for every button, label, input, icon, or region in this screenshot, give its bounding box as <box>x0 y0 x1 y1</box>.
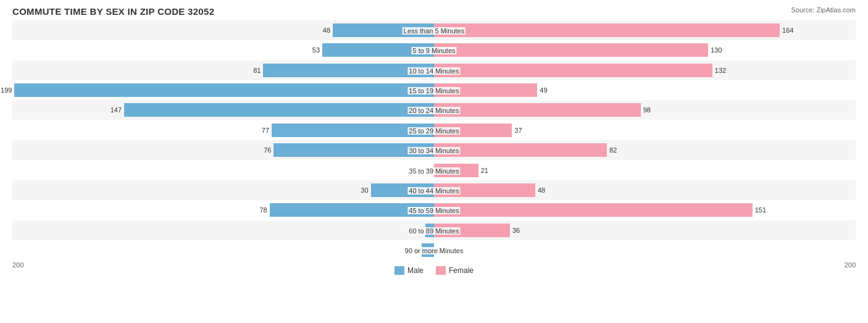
row-label: Less than 5 Minutes <box>403 27 465 35</box>
value-female: 98 <box>641 106 651 114</box>
bar-female <box>434 203 753 217</box>
value-female: 48 <box>535 187 545 194</box>
row-label: 15 to 19 Minutes <box>407 87 460 94</box>
row-label: 25 to 29 Minutes <box>407 127 460 135</box>
table-row: 6 90 or more Minutes 0 <box>12 240 856 260</box>
table-row: 53 5 to 9 Minutes 130 <box>12 40 856 60</box>
table-row: 48 Less than 5 Minutes 164 <box>12 20 856 40</box>
legend-male-box <box>394 266 404 275</box>
table-row: 77 25 to 29 Minutes 37 <box>12 120 856 140</box>
legend-female-box <box>436 266 446 275</box>
value-male: 77 <box>262 127 272 134</box>
table-row: 147 20 to 24 Minutes 98 <box>12 100 856 120</box>
legend-female: Female <box>436 266 474 275</box>
chart-container: COMMUTE TIME BY SEX IN ZIP CODE 32052 So… <box>0 0 868 323</box>
legend-male-label: Male <box>407 266 424 275</box>
table-row: 76 30 to 34 Minutes 82 <box>12 140 856 160</box>
bar-female <box>434 43 708 57</box>
bar-male <box>14 83 434 97</box>
row-label: 45 to 59 Minutes <box>407 207 460 214</box>
bar-female <box>434 23 780 37</box>
source-label: Source: ZipAtlas.com <box>791 6 856 14</box>
axis-labels: 200 Male Female 200 <box>12 261 856 277</box>
table-row: 0 35 to 39 Minutes 21 <box>12 161 856 180</box>
value-male: 78 <box>259 206 269 214</box>
row-label: 90 or more Minutes <box>404 247 465 254</box>
chart-title: COMMUTE TIME BY SEX IN ZIP CODE 32052 <box>12 6 856 17</box>
table-row: 81 10 to 14 Minutes 132 <box>12 61 856 80</box>
value-male: 199 <box>1 86 14 94</box>
axis-left: 200 <box>12 261 23 277</box>
bar-female <box>434 64 712 77</box>
value-male: 81 <box>253 67 263 74</box>
value-female: 37 <box>512 127 522 134</box>
row-label: 10 to 14 Minutes <box>407 67 460 75</box>
value-male: 48 <box>323 27 333 34</box>
row-label: 35 to 39 Minutes <box>407 167 460 175</box>
value-female: 36 <box>510 227 520 234</box>
table-row: 78 45 to 59 Minutes 151 <box>12 200 856 220</box>
row-label: 60 to 89 Minutes <box>407 227 460 235</box>
value-male: 76 <box>264 146 273 154</box>
legend-female-label: Female <box>449 266 474 275</box>
row-label: 40 to 44 Minutes <box>407 187 460 195</box>
bar-male <box>124 103 434 117</box>
rows-container: 48 Less than 5 Minutes 164 53 5 to 9 Min… <box>12 20 856 260</box>
row-label: 5 to 9 Minutes <box>411 47 456 54</box>
value-female: 151 <box>753 206 766 214</box>
legend-male: Male <box>394 266 424 275</box>
chart-area: 48 Less than 5 Minutes 164 53 5 to 9 Min… <box>12 20 856 279</box>
value-male: 53 <box>312 46 322 54</box>
value-male: 30 <box>361 187 370 194</box>
row-label: 30 to 34 Minutes <box>407 147 460 154</box>
legend: Male Female <box>394 264 474 277</box>
value-female: 21 <box>478 167 488 174</box>
table-row: 30 40 to 44 Minutes 48 <box>12 180 856 200</box>
value-female: 164 <box>780 27 793 34</box>
table-row: 199 15 to 19 Minutes 49 <box>12 80 856 100</box>
table-row: 4 60 to 89 Minutes 36 <box>12 220 856 240</box>
value-female: 82 <box>607 146 617 154</box>
axis-right: 200 <box>845 261 856 277</box>
bar-female <box>434 103 641 117</box>
value-female: 130 <box>708 46 722 54</box>
value-female: 132 <box>712 67 726 74</box>
row-label: 20 to 24 Minutes <box>407 107 460 114</box>
value-female: 49 <box>537 86 547 94</box>
value-male: 147 <box>111 106 124 114</box>
